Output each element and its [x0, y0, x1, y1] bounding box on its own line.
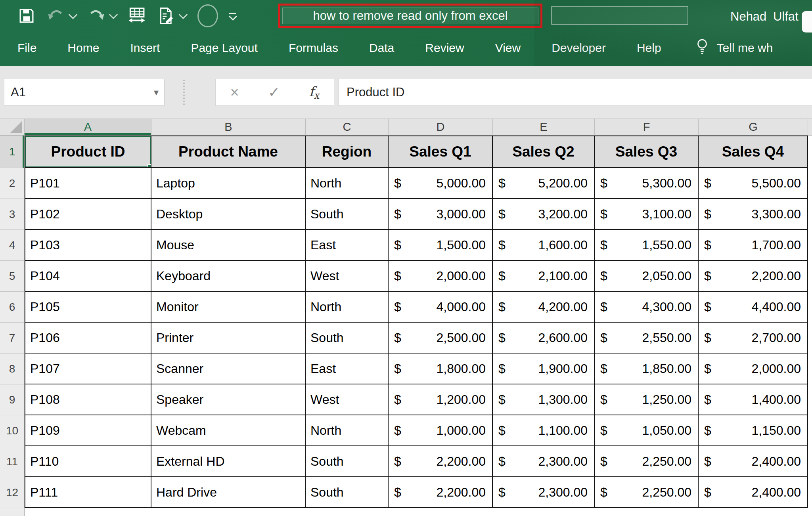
name-box-dropdown-icon[interactable]: ▾	[154, 87, 164, 98]
cell[interactable]: Printer	[151, 323, 306, 354]
cell[interactable]: P111	[25, 477, 151, 508]
undo-dropdown-icon[interactable]	[69, 10, 78, 19]
cell[interactable]: $1,050.00	[595, 415, 699, 446]
cell[interactable]: Region	[306, 136, 389, 168]
cell[interactable]: $2,100.00	[493, 261, 595, 292]
cell[interactable]: P105	[25, 292, 151, 323]
cell[interactable]: $1,700.00	[699, 230, 808, 261]
column-header-e[interactable]: E	[493, 119, 595, 136]
cell[interactable]: Sales Q3	[595, 136, 699, 168]
tab-page-layout[interactable]: Page Layout	[191, 41, 257, 55]
row-number[interactable]: 4	[0, 230, 25, 261]
cell[interactable]: P106	[25, 323, 151, 354]
row-number-partial[interactable]	[0, 508, 25, 516]
row-number[interactable]: 9	[0, 384, 25, 415]
row-number[interactable]: 10	[0, 415, 25, 446]
cell[interactable]: $2,300.00	[493, 477, 595, 508]
row-number[interactable]: 7	[0, 323, 25, 354]
cell[interactable]: $5,000.00	[389, 168, 493, 199]
cell[interactable]: $1,000.00	[389, 415, 493, 446]
row-number[interactable]: 5	[0, 261, 25, 292]
cell[interactable]: $2,250.00	[595, 477, 699, 508]
cell[interactable]: Speaker	[151, 384, 306, 415]
tab-help[interactable]: Help	[637, 41, 661, 55]
insert-function-icon[interactable]: fx	[309, 84, 319, 101]
cell[interactable]: Mouse	[151, 230, 306, 261]
secondary-search-box[interactable]	[551, 6, 688, 25]
cell[interactable]: Webcam	[151, 415, 306, 446]
cell[interactable]: $1,600.00	[493, 230, 595, 261]
name-box[interactable]: A1 ▾	[4, 79, 165, 106]
cell[interactable]: North	[306, 292, 389, 323]
cell[interactable]: $1,900.00	[493, 354, 595, 384]
form-edit-dropdown-icon[interactable]	[179, 10, 188, 19]
cell[interactable]: P110	[25, 446, 151, 477]
enter-icon[interactable]: ✓	[268, 85, 280, 99]
cell[interactable]: P108	[25, 384, 151, 415]
cell-a1-selected[interactable]: Product ID	[25, 136, 151, 168]
column-header-g[interactable]: G	[699, 119, 808, 136]
row-number[interactable]: 1	[0, 136, 25, 168]
cell[interactable]: $2,400.00	[699, 446, 808, 477]
cell[interactable]: $1,300.00	[493, 384, 595, 415]
cell[interactable]: $2,400.00	[699, 477, 808, 508]
cell[interactable]: $1,100.00	[493, 415, 595, 446]
oval-shape-icon[interactable]	[197, 4, 218, 27]
row-number[interactable]: 3	[0, 199, 25, 230]
column-header-d[interactable]: D	[389, 119, 493, 136]
cell[interactable]: Monitor	[151, 292, 306, 323]
column-header-a[interactable]: A	[25, 119, 151, 136]
cell[interactable]: $2,200.00	[389, 446, 493, 477]
fill-handle[interactable]	[147, 164, 151, 168]
row-number[interactable]: 6	[0, 292, 25, 323]
row-number[interactable]: 11	[0, 446, 25, 477]
cell[interactable]: $4,000.00	[389, 292, 493, 323]
cell[interactable]: $2,600.00	[493, 323, 595, 354]
cell[interactable]: Scanner	[151, 354, 306, 384]
formula-bar[interactable]: Product ID	[338, 79, 812, 106]
tab-formulas[interactable]: Formulas	[289, 41, 338, 55]
cell[interactable]: $2,050.00	[595, 261, 699, 292]
cell[interactable]: P103	[25, 230, 151, 261]
undo-icon[interactable]	[47, 7, 65, 25]
cell[interactable]: South	[306, 199, 389, 230]
cell[interactable]: $5,500.00	[699, 168, 808, 199]
cell[interactable]: $2,200.00	[699, 261, 808, 292]
row-number[interactable]: 2	[0, 168, 25, 199]
cell[interactable]: $2,550.00	[595, 323, 699, 354]
cell[interactable]: P104	[25, 261, 151, 292]
cell[interactable]: $1,550.00	[595, 230, 699, 261]
save-icon[interactable]	[17, 7, 36, 25]
cell[interactable]: P109	[25, 415, 151, 446]
cell[interactable]: Product Name	[151, 136, 306, 168]
cancel-icon[interactable]: ×	[230, 85, 239, 100]
cell[interactable]: $3,200.00	[493, 199, 595, 230]
cell[interactable]: $1,150.00	[699, 415, 808, 446]
tab-review[interactable]: Review	[425, 41, 464, 55]
cell[interactable]: $4,200.00	[493, 292, 595, 323]
cell[interactable]: North	[306, 415, 389, 446]
cell[interactable]: Sales Q4	[699, 136, 808, 168]
cell[interactable]: P107	[25, 354, 151, 384]
column-header-f[interactable]: F	[595, 119, 699, 136]
cell[interactable]: West	[306, 384, 389, 415]
cell[interactable]: Desktop	[151, 199, 306, 230]
cell[interactable]: P101	[25, 168, 151, 199]
cell[interactable]: External HD	[151, 446, 306, 477]
cell[interactable]: $1,400.00	[699, 384, 808, 415]
cell[interactable]: South	[306, 446, 389, 477]
cell[interactable]: $2,300.00	[493, 446, 595, 477]
cell[interactable]: Keyboard	[151, 261, 306, 292]
column-header-b[interactable]: B	[151, 119, 306, 136]
cell[interactable]: $5,200.00	[493, 168, 595, 199]
cell[interactable]: $2,000.00	[699, 354, 808, 384]
cell[interactable]: $2,000.00	[389, 261, 493, 292]
row-number[interactable]: 12	[0, 477, 25, 508]
autofit-table-icon[interactable]	[128, 7, 146, 25]
search-highlight-box[interactable]: how to remove read only from excel	[278, 4, 542, 28]
cell[interactable]: $1,800.00	[389, 354, 493, 384]
cell[interactable]: $5,300.00	[595, 168, 699, 199]
redo-dropdown-icon[interactable]	[109, 10, 118, 19]
cell[interactable]: $1,250.00	[595, 384, 699, 415]
cell[interactable]: South	[306, 477, 389, 508]
